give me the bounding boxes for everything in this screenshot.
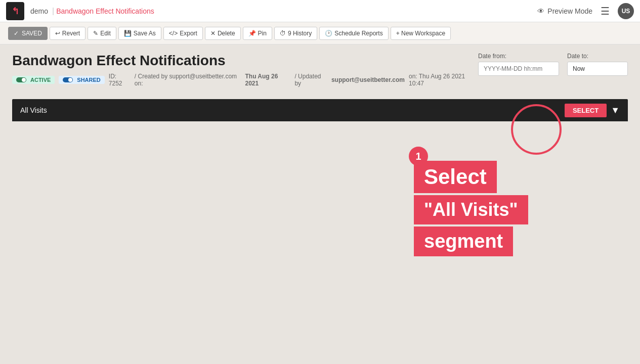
export-icon: </> (169, 30, 178, 37)
check-icon: ✓ (14, 30, 19, 37)
annotation-line2: "All Visits" (414, 195, 528, 224)
date-to-input[interactable] (567, 62, 628, 76)
segment-controls: SELECT ▼ (565, 104, 620, 117)
nav-demo-link[interactable]: demo (30, 7, 48, 15)
step-annotation: 1 Select "All Visits" segment (409, 147, 528, 256)
report-info: Bandwagon Effect Notifications ACTIVE SH… (12, 53, 478, 95)
hamburger-menu-icon[interactable]: ☰ (601, 5, 610, 17)
active-badge: ACTIVE (12, 76, 55, 84)
updated-text: / Updated by (294, 73, 327, 87)
revert-button[interactable]: ↩ Revert (50, 27, 86, 40)
pin-icon: 📌 (248, 30, 256, 37)
created-text: / Created by support@useitbetter.com on: (135, 73, 241, 87)
delete-icon: ✕ (210, 30, 216, 37)
date-from-input[interactable] (478, 62, 559, 76)
annotation-line3: segment (414, 226, 513, 256)
edit-button[interactable]: ✎ Edit (88, 27, 116, 40)
updated-on: on: Thu Aug 26 2021 10:47 (409, 73, 478, 87)
date-from-label: Date from: (478, 53, 559, 60)
select-button[interactable]: SELECT (565, 104, 607, 117)
segment-name: All Visits (20, 106, 47, 114)
report-title: Bandwagon Effect Notifications (12, 53, 478, 69)
nav-right-section: 👁 Preview Mode ☰ US (537, 3, 634, 19)
edit-icon: ✎ (93, 30, 98, 37)
updated-by: support@useitbetter.com (331, 76, 405, 83)
preview-mode-label: Preview Mode (547, 7, 592, 15)
annotation-line1: Select (414, 161, 497, 193)
step-text: Select "All Visits" segment (414, 161, 528, 256)
top-navigation: ↰ demo | Bandwagon Effect Notifications … (0, 0, 640, 22)
schedule-icon: 🕑 (325, 30, 332, 37)
history-button[interactable]: ⏱ 9 History (274, 27, 317, 40)
date-to-label: Date to: (567, 53, 628, 60)
pin-button[interactable]: 📌 Pin (243, 27, 272, 40)
created-date: Thu Aug 26 2021 (245, 73, 290, 87)
logo[interactable]: ↰ (6, 2, 24, 20)
preview-mode-toggle[interactable]: 👁 Preview Mode (537, 7, 592, 15)
delete-button[interactable]: ✕ Delete (205, 27, 241, 40)
schedule-reports-button[interactable]: 🕑 Schedule Reports (319, 27, 388, 40)
shared-badge: SHARED (59, 76, 104, 84)
segment-bar: All Visits SELECT ▼ (12, 99, 628, 121)
date-to-field: Date to: (567, 53, 628, 76)
save-as-button[interactable]: 💾 Save As (118, 27, 161, 40)
segment-arrow-icon[interactable]: ▼ (611, 105, 620, 116)
logo-icon: ↰ (12, 6, 19, 17)
eye-icon: 👁 (537, 7, 544, 15)
export-button[interactable]: </> Export (163, 27, 203, 40)
step-number: 1 (409, 147, 428, 166)
new-workspace-button[interactable]: + New Workspace (391, 27, 451, 40)
toolbar: ✓ SAVED ↩ Revert ✎ Edit 💾 Save As </> Ex… (0, 22, 640, 44)
nav-report-title: Bandwagon Effect Notifications (56, 7, 154, 15)
report-id: ID: 7252 (109, 73, 131, 87)
save-as-icon: 💾 (124, 30, 132, 37)
date-from-field: Date from: (478, 53, 559, 76)
date-range-section: Date from: Date to: (478, 53, 628, 76)
meta-row: ACTIVE SHARED ID: 7252 / Created by supp… (12, 73, 478, 87)
nav-separator: | (52, 7, 54, 16)
revert-icon: ↩ (55, 30, 60, 37)
saved-button[interactable]: ✓ SAVED (8, 27, 48, 40)
history-icon: ⏱ (280, 30, 286, 37)
content-header: Bandwagon Effect Notifications ACTIVE SH… (12, 53, 628, 95)
main-content: Bandwagon Effect Notifications ACTIVE SH… (0, 44, 640, 129)
user-avatar[interactable]: US (618, 3, 634, 19)
